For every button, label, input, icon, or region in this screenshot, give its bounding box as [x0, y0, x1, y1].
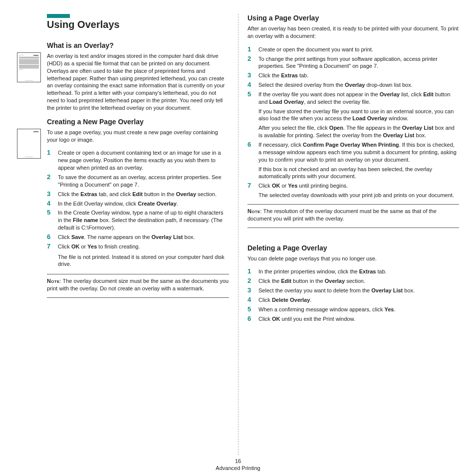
list-item: Click the Edit button in the Overlay sec… — [247, 277, 459, 285]
heading-what-is-overlay: What is an Overlay? — [47, 41, 229, 49]
list-item: Select the desired overlay from the Over… — [247, 81, 459, 89]
body-what-is-overlay: An overlay is text and/or images stored … — [47, 52, 229, 112]
divider — [47, 274, 229, 274]
footer-section-name: Advanced Printing — [216, 465, 260, 471]
accent-bar — [47, 14, 70, 18]
right-column: Using a Page Overlay After an overlay ha… — [238, 14, 459, 455]
steps-deleting-overlay: In the printer properties window, click … — [247, 268, 459, 322]
list-item: Create or open a document containing tex… — [47, 149, 229, 172]
list-item: Create or open the document you want to … — [247, 46, 459, 53]
list-item: In the Edit Overlay window, click Create… — [47, 200, 229, 208]
page-footer: 16 Advanced Printing — [17, 455, 459, 471]
note-creating-overlay: Note: The overlay document size must be … — [47, 277, 229, 292]
divider — [247, 204, 459, 205]
divider — [247, 228, 459, 228]
divider — [47, 297, 229, 298]
note-using-overlay: Note: The resolution of the overlay docu… — [247, 208, 459, 223]
list-item: Click Save. The name appears on the Over… — [47, 234, 229, 241]
heading-creating-overlay: Creating a New Page Overlay — [47, 118, 229, 126]
list-item: When a confirming message window appears… — [247, 306, 459, 313]
list-item: Select the overlay you want to delete fr… — [247, 287, 459, 294]
list-item: Click OK or Yes to finish creating. — [47, 243, 229, 250]
page-title: Using Overlays — [47, 19, 229, 30]
letterhead-thumbnail-icon: Dear ABC Regards WORLD BEST — [17, 52, 41, 82]
list-item: If the overlay file you want does not ap… — [247, 91, 459, 139]
list-item: Click OK or Yes until printing begins.Th… — [247, 182, 459, 199]
list-item: Click OK until you exit the Print window… — [247, 315, 459, 323]
section-creating-overlay: WORLD BEST Creating a New Page Overlay T… — [47, 118, 229, 298]
list-item: To save the document as an overlay, acce… — [47, 174, 229, 189]
blank-letterhead-thumbnail-icon: WORLD BEST — [17, 129, 41, 159]
intro-using-overlay: After an overlay has been created, it is… — [247, 25, 459, 40]
two-column-layout: Using Overlays Dear ABC Regards WORLD BE… — [17, 14, 459, 455]
page-number: 16 — [17, 458, 459, 464]
list-item: If necessary, click Confirm Page Overlay… — [247, 141, 459, 180]
heading-deleting-overlay: Deleting a Page Overlay — [247, 244, 459, 252]
list-item: In the printer properties window, click … — [247, 268, 459, 275]
intro-creating-overlay: To use a page overlay, you must create a… — [47, 129, 229, 144]
section-what-is-overlay: Dear ABC Regards WORLD BEST What is an O… — [47, 41, 229, 112]
list-item: In the Create Overlay window, type a nam… — [47, 209, 229, 232]
intro-deleting-overlay: You can delete page overlays that you no… — [247, 255, 459, 262]
steps-using-overlay: Create or open the document you want to … — [247, 46, 459, 199]
heading-using-overlay: Using a Page Overlay — [247, 14, 459, 22]
list-item: Click the Extras tab, and click Edit but… — [47, 191, 229, 198]
after-creating-overlay: The file is not printed. Instead it is s… — [47, 253, 229, 268]
list-item: To change the print settings from your s… — [247, 55, 459, 70]
left-column: Using Overlays Dear ABC Regards WORLD BE… — [17, 14, 238, 455]
list-item: Click the Extras tab. — [247, 72, 459, 79]
list-item: Click Delete Overlay. — [247, 296, 459, 304]
steps-creating-overlay: Create or open a document containing tex… — [47, 149, 229, 250]
page: Using Overlays Dear ABC Regards WORLD BE… — [0, 0, 476, 476]
